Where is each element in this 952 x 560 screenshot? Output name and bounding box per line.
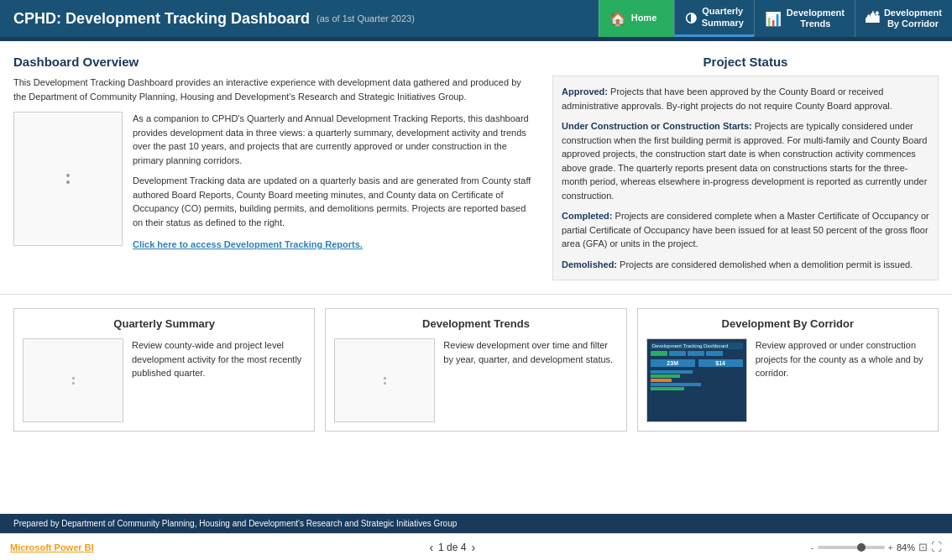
- pagination: ‹ 1 de 4 ›: [429, 541, 475, 554]
- c-bar-5: [651, 387, 684, 390]
- nav-tab-home-label: Home: [631, 13, 657, 24]
- bottom-bar: Microsoft Power BI ‹ 1 de 4 › - + 84% ⊡ …: [0, 533, 952, 560]
- c-bar-1: [651, 370, 693, 374]
- card-quarterly-heading: Quarterly Summary: [23, 317, 306, 330]
- t-dot-1: [384, 377, 386, 379]
- main-content: Dashboard Overview This Development Trac…: [0, 41, 952, 514]
- page-prev-button[interactable]: ‹: [429, 541, 433, 554]
- card-corridor-heading: Development By Corridor: [646, 317, 929, 330]
- overview-heading: Dashboard Overview: [13, 55, 536, 69]
- project-status: Project Status Approved: Projects that h…: [552, 55, 939, 280]
- quarterly-img-placeholder: [67, 372, 80, 390]
- home-icon: 🏠: [609, 11, 626, 27]
- card-corridor-body: Development Tracking Dashboard 23M $14: [646, 338, 929, 422]
- card-corridor-text: Review approved or under construction pr…: [756, 338, 929, 380]
- zoom-controls: - + 84% ⊡ ⛶: [811, 541, 942, 553]
- card-trends-body: Review development over time and filter …: [334, 338, 617, 422]
- status-approved-text: Projects that have been approved by the …: [562, 86, 892, 111]
- nav-tab-home[interactable]: 🏠 Home: [599, 0, 674, 37]
- footer-text: Prepared by Department of Community Plan…: [13, 519, 457, 528]
- dashboard-subtitle: (as of 1st Quarter 2023): [316, 13, 415, 24]
- top-section: Dashboard Overview This Development Trac…: [0, 41, 952, 295]
- status-box: Approved: Projects that have been approv…: [552, 76, 939, 280]
- c-nav-corridor: [706, 351, 723, 356]
- status-completed-text: Projects are considered complete when a …: [562, 211, 929, 249]
- c-bar-2: [651, 374, 680, 378]
- dashboard-title: CPHD: Development Tracking Dashboard: [13, 10, 310, 28]
- c-nav-quarterly: [669, 351, 686, 356]
- status-approved-label: Approved:: [562, 86, 610, 97]
- status-completed: Completed: Projects are considered compl…: [562, 209, 929, 251]
- card-trends-heading: Development Trends: [334, 317, 617, 330]
- zoom-slider-thumb: [857, 543, 866, 552]
- tracking-reports-link[interactable]: Click here to access Development Trackin…: [133, 239, 363, 249]
- status-completed-label: Completed:: [562, 211, 615, 221]
- nav-tab-trends[interactable]: 📊 DevelopmentTrends: [754, 0, 855, 37]
- overview-para1: As a companion to CPHD's Quarterly and A…: [133, 112, 536, 167]
- page-info: 1 de 4: [438, 542, 466, 553]
- c-bar-row-4: [651, 383, 743, 386]
- c-bar-row-3: [651, 379, 743, 382]
- page-next-button[interactable]: ›: [471, 541, 475, 554]
- quarterly-icon: ◑: [685, 9, 697, 25]
- dashboard-overview: Dashboard Overview This Development Trac…: [13, 55, 536, 280]
- status-approved: Approved: Projects that have been approv…: [562, 85, 929, 113]
- q-dot-1: [72, 377, 75, 379]
- card-trends-image: [334, 338, 435, 422]
- powerbi-link[interactable]: Microsoft Power BI: [10, 542, 94, 552]
- overview-intro: This Development Tracking Dashboard prov…: [13, 76, 536, 103]
- c-nav-trends: [688, 351, 704, 356]
- c-bar-row-2: [651, 374, 743, 378]
- header-title-area: CPHD: Development Tracking Dashboard (as…: [0, 0, 599, 37]
- project-status-heading: Project Status: [552, 55, 939, 69]
- status-demolished: Demolished: Projects are considered demo…: [562, 258, 929, 272]
- overview-image-placeholder: [13, 112, 123, 246]
- zoom-minus-icon[interactable]: -: [811, 542, 814, 552]
- overview-body: As a companion to CPHD's Quarterly and A…: [13, 112, 536, 250]
- corridor-img-inner: Development Tracking Dashboard 23M $14: [647, 339, 746, 421]
- c-stat-2: $14: [698, 359, 743, 367]
- card-quarterly-text: Review county-wide and project level dev…: [132, 338, 306, 380]
- status-construction: Under Construction or Construction Start…: [562, 119, 929, 202]
- nav-tab-quarterly[interactable]: ◑ QuarterlySummary: [674, 0, 754, 37]
- q-dot-2: [72, 382, 75, 385]
- overview-paragraphs: As a companion to CPHD's Quarterly and A…: [133, 112, 536, 250]
- c-bar-row-1: [651, 370, 743, 374]
- overview-para2: Development Tracking data are updated on…: [133, 174, 536, 229]
- card-quarterly[interactable]: Quarterly Summary Review county-wide and…: [13, 308, 315, 432]
- card-trends[interactable]: Development Trends Review development ov…: [325, 308, 626, 432]
- zoom-slider[interactable]: [818, 546, 885, 549]
- nav-tabs: 🏠 Home ◑ QuarterlySummary 📊 DevelopmentT…: [599, 0, 952, 37]
- status-construction-text: Projects are typically considered under …: [562, 121, 927, 201]
- c-title-bar: Development Tracking Dashboard: [651, 343, 743, 349]
- status-demolished-label: Demolished:: [562, 259, 620, 270]
- c-bar-row-5: [651, 387, 743, 390]
- nav-tab-quarterly-label: QuarterlySummary: [702, 6, 744, 28]
- corridor-icon: 🏙: [866, 11, 879, 26]
- c-bar-4: [651, 383, 701, 386]
- c-bars: [651, 370, 743, 390]
- t-dot-2: [384, 382, 386, 385]
- trends-icon: 📊: [765, 11, 782, 27]
- c-nav-home: [651, 351, 667, 356]
- c-stat-1: 23M: [651, 359, 695, 367]
- c-nav: [651, 351, 743, 356]
- fullscreen-icon[interactable]: ⛶: [931, 541, 942, 553]
- footer: Prepared by Department of Community Plan…: [0, 514, 952, 533]
- card-corridor-image: Development Tracking Dashboard 23M $14: [646, 338, 747, 422]
- img-dot-2: [66, 181, 70, 184]
- card-quarterly-body: Review county-wide and project level dev…: [23, 338, 306, 422]
- zoom-level: 84%: [897, 542, 915, 552]
- bottom-section: Quarterly Summary Review county-wide and…: [0, 295, 952, 445]
- card-quarterly-image: [23, 338, 123, 422]
- status-construction-label: Under Construction or Construction Start…: [562, 121, 755, 131]
- zoom-plus-icon[interactable]: +: [888, 542, 893, 552]
- card-corridor[interactable]: Development By Corridor Development Trac…: [637, 308, 939, 432]
- nav-tab-corridor[interactable]: 🏙 DevelopmentBy Corridor: [855, 0, 952, 37]
- status-demolished-text: Projects are considered demolished when …: [620, 259, 913, 270]
- fit-screen-icon[interactable]: ⊡: [918, 541, 928, 553]
- trends-img-placeholder: [379, 372, 391, 390]
- nav-tab-trends-label: DevelopmentTrends: [787, 8, 845, 29]
- header: CPHD: Development Tracking Dashboard (as…: [0, 0, 952, 37]
- nav-tab-corridor-label: DevelopmentBy Corridor: [884, 8, 942, 29]
